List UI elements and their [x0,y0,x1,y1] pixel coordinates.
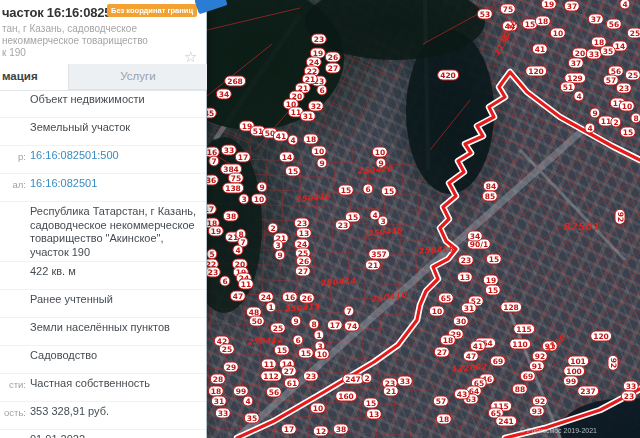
parcel-number-badge: 47 [463,351,479,362]
parcel-number-badge: 10 [372,147,388,158]
parcel-number-badge: 15 [285,166,301,177]
info-row: ость: 353 328,91 руб. [0,402,206,430]
parcel-number-badge: 34 [216,89,232,100]
subtitle-line-2: к 190 [2,47,202,59]
parcel-number-badge: 93 [529,406,545,417]
field-value: Земельный участок [30,121,138,143]
parcel-number-badge: 8 [630,113,640,124]
parcel-number-badge: 18 [436,414,452,425]
tab-information[interactable]: мация [0,64,68,90]
parcel-number-badge: 27 [434,347,450,358]
parcel-number-badge: 15 [485,285,501,296]
field-label-fragment [0,93,26,115]
field-label-fragment [0,205,26,259]
parcel-number-badge: 21 [383,386,399,397]
field-value: 01.01.2022 [30,433,93,438]
map-attribution: © Роскосмос 2019-2021 [520,427,597,434]
parcel-number-badge: 33 [397,376,413,387]
parcel-number-badge: 23 [303,371,319,382]
parcel-number-badge: 241 [495,416,517,427]
field-value: Объект недвижимости [30,93,153,115]
panel-tabs: мация Услуги [0,64,206,91]
info-row: 01.01.2022 [0,430,206,438]
cadastral-number-link[interactable]: 16:16:082501 [30,177,105,199]
parcel-address-subtitle: тан, г Казань, садоводческое некоммерчес… [2,23,202,59]
parcel-number-badge: 47 [230,291,246,302]
parcel-number-badge: 99 [563,376,579,387]
parcel-number-badge: 15 [338,185,354,196]
parcel-number-badge: 16 [282,292,298,303]
info-row: Земли населённых пунктов [0,318,206,346]
parcel-number-badge: 30 [453,316,469,327]
parcel-number-badge: 12 [313,426,329,437]
field-value: Республика Татарстан, г Казань, садоводч… [30,205,206,259]
parcel-attributes-list: Объект недвижимости Земельный участок р:… [0,90,206,438]
panel-header: часток 16:16:082501:500 Без координат гр… [0,0,206,64]
info-row: Садоводство [0,346,206,374]
parcel-number-badge: 23 [621,391,637,402]
parcel-number-badge: 23 [205,267,221,278]
parcel-number-badge: 37 [564,1,580,12]
parcel-number-badge: 32 [308,101,324,112]
parcel-number-badge: 18 [303,134,319,145]
parcel-number-badge: 115 [513,324,535,335]
parcel-number-badge: 14 [279,152,295,163]
field-value: 422 кв. м [30,265,84,287]
parcel-number-badge: 38 [223,211,239,222]
field-value: Частная собственность [30,377,158,399]
parcel-number-badge: 28 [210,374,226,385]
field-value: Садоводство [30,349,105,371]
info-row: Объект недвижимости [0,90,206,118]
info-row: р: 16:16:082501:500 [0,146,206,174]
parcel-number-badge: 53 [477,9,493,20]
parcel-number-badge: 26 [325,52,341,63]
parcel-number-badge: 33 [215,408,231,419]
tab-services[interactable]: Услуги [68,64,207,90]
parcel-number-badge: 15 [298,348,314,359]
field-label-fragment: ал: [0,177,26,199]
field-label-fragment [0,433,26,438]
parcel-number-badge: 15 [381,186,397,197]
parcel-number-badge: 25 [219,344,235,355]
parcel-number-badge: 34 [467,231,483,242]
parcel-number-badge: 15 [486,254,502,265]
parcel-number-badge: 237 [577,386,599,397]
parcel-number-badge: 23 [311,34,327,45]
field-label-fragment [0,293,26,315]
parcel-number-badge: 15 [274,345,290,356]
parcel-number-badge: 268 [224,76,246,87]
parcel-number-badge: 138 [222,183,244,194]
parcel-number-badge: 10 [619,101,635,112]
parcel-number-badge: 110 [509,339,531,350]
parcel-number-badge: 27 [295,266,311,277]
parcel-number-badge: 29 [223,362,239,373]
info-row: Земельный участок [0,118,206,146]
parcel-number-badge: 18 [535,16,551,27]
parcel-number-badge: 19 [208,226,224,237]
info-row: Республика Татарстан, г Казань, садоводч… [0,202,206,262]
parcel-number-badge: 13 [296,228,312,239]
info-row: сти: Частная собственность [0,374,206,402]
parcel-number-badge: 112 [260,371,282,382]
parcel-number-badge: 23 [335,220,351,231]
parcel-number-badge: 51 [560,82,576,93]
parcel-number-badge: 10 [311,146,327,157]
field-label-fragment: р: [0,149,26,171]
app-window: 2326192427222321212061011313226834451951… [0,0,640,438]
no-coordinates-badge: Без координат границ [107,4,197,17]
parcel-number-badge: 31 [300,111,316,122]
parcel-number-badge: 19 [541,0,557,10]
parcel-number-badge: 88 [512,384,528,395]
parcel-number-badge: 50 [249,316,265,327]
parcel-number-badge: 27 [325,63,341,74]
parcel-number-badge: 357 [368,249,390,260]
parcel-number-badge: 11 [238,279,254,290]
info-row: 422 кв. м [0,262,206,290]
parcel-number-badge: 57 [433,396,449,407]
field-label-fragment [0,349,26,371]
parcel-number-badge: 65 [438,293,454,304]
parcel-number-badge: 25 [625,70,640,81]
cadastral-number-link[interactable]: 16:16:082501:500 [30,149,127,171]
parcel-number-badge: 38 [333,424,349,435]
parcel-number-badge: 25 [270,323,286,334]
